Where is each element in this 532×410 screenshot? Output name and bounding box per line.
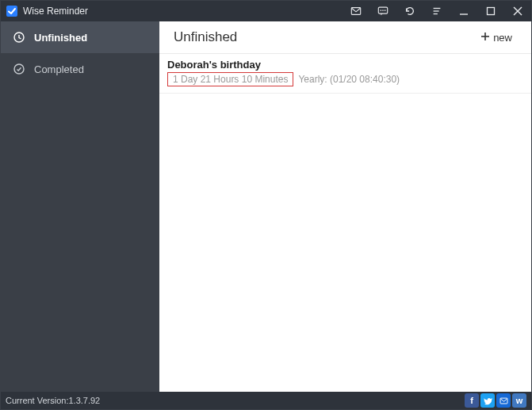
svg-point-3: [381, 10, 382, 11]
sidebar-item-label: Completed: [34, 63, 84, 75]
sidebar: Unfinished Completed: [1, 21, 159, 392]
app-title: Wise Reminder: [23, 6, 88, 17]
task-title: Deborah's birthday: [167, 59, 523, 71]
svg-point-4: [382, 10, 384, 11]
close-button[interactable]: [504, 1, 531, 21]
svg-rect-0: [6, 6, 17, 17]
task-row[interactable]: Deborah's birthday 1 Day 21 Hours 10 Min…: [159, 54, 531, 94]
svg-point-14: [14, 64, 24, 74]
check-circle-icon: [12, 62, 26, 76]
refresh-icon[interactable]: [396, 1, 423, 21]
main-header: Unfinished new: [159, 21, 531, 53]
facebook-icon[interactable]: f: [465, 393, 479, 408]
new-task-label: new: [493, 32, 512, 44]
statusbar: Current Version: 1.3.7.92 f w: [1, 392, 531, 409]
mail-icon[interactable]: [343, 1, 369, 21]
new-task-button[interactable]: new: [476, 30, 517, 45]
main-panel: Unfinished new Deborah's birthday: [159, 21, 531, 392]
app-window: Wise Reminder: [0, 0, 532, 410]
minimize-button[interactable]: [450, 1, 477, 21]
app-logo-icon: [6, 5, 18, 17]
maximize-button[interactable]: [477, 1, 504, 21]
version-value: 1.3.7.92: [68, 396, 100, 405]
svg-point-5: [385, 10, 386, 11]
wise-link-icon[interactable]: w: [512, 393, 526, 408]
menu-icon[interactable]: [423, 1, 450, 21]
task-meta: 1 Day 21 Hours 10 Minutes Yearly: (01/20…: [167, 72, 523, 86]
footer-mail-icon[interactable]: [496, 393, 511, 408]
clock-icon: [12, 30, 26, 44]
feedback-icon[interactable]: [369, 1, 396, 21]
plus-icon: [480, 32, 490, 44]
sidebar-item-completed[interactable]: Completed: [1, 53, 159, 85]
twitter-icon[interactable]: [480, 393, 495, 408]
sidebar-item-label: Unfinished: [34, 32, 87, 44]
sidebar-item-unfinished[interactable]: Unfinished: [1, 21, 159, 53]
titlebar[interactable]: Wise Reminder: [1, 1, 531, 21]
task-countdown: 1 Day 21 Hours 10 Minutes: [167, 72, 293, 86]
task-list: Deborah's birthday 1 Day 21 Hours 10 Min…: [159, 53, 531, 392]
task-recurrence: Yearly: (01/20 08:40:30): [298, 74, 400, 85]
page-title: Unfinished: [174, 29, 237, 45]
version-label: Current Version:: [6, 396, 68, 405]
svg-rect-10: [488, 8, 495, 15]
